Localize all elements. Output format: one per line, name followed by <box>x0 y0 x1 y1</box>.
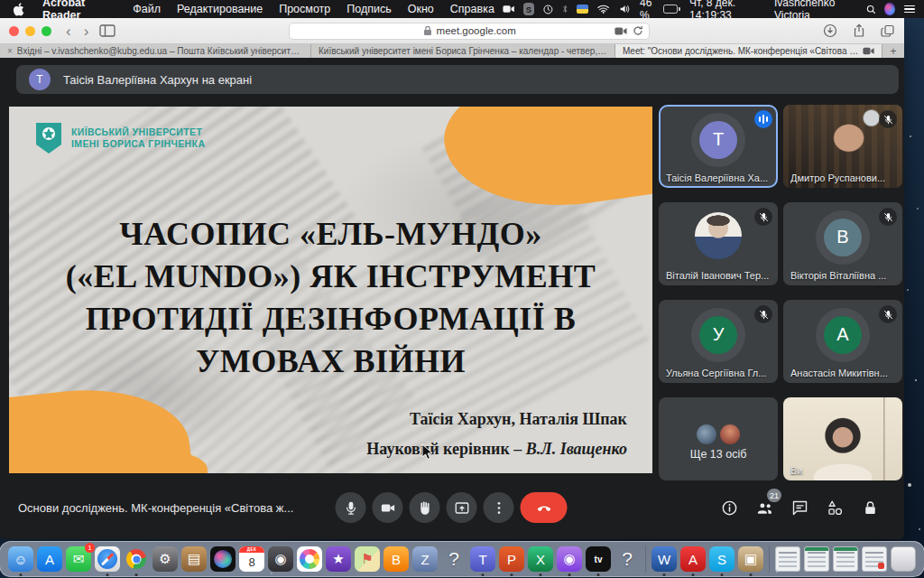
participant-tile[interactable]: УУльяна Сергіївна Гл... <box>659 300 778 383</box>
dock-icon-minimized-document-2[interactable] <box>862 546 887 572</box>
participant-tile[interactable]: ТТаісія Валеріївна Ха... <box>659 105 778 188</box>
people-button[interactable]: 21 <box>753 497 775 518</box>
dock-icon-finder[interactable]: ☺ <box>8 546 33 572</box>
raise-hand-button[interactable] <box>410 492 440 523</box>
dock-icon-calendar[interactable]: ДЕК8 <box>239 546 264 572</box>
running-indicator <box>721 573 724 576</box>
active-app-name[interactable]: Acrobat Reader <box>33 0 125 22</box>
end-call-button[interactable] <box>521 492 568 523</box>
photos-flower <box>300 549 319 569</box>
dock-icon-contacts[interactable]: ▤ <box>181 546 207 572</box>
ukraine-flag-input-icon[interactable] <box>577 5 588 14</box>
participant-avatar: Т <box>699 121 737 159</box>
bluetooth-icon[interactable] <box>562 4 568 14</box>
participant-tile[interactable]: Дмитро Руспанови... <box>783 105 902 188</box>
dock-icon-minimized-document-1[interactable] <box>775 546 800 572</box>
dock-icon-imovie[interactable]: ★ <box>326 546 351 572</box>
browser-tab-3[interactable]: Meet: "Основи досліджень. МК-конференція… <box>615 44 882 58</box>
notification-center-icon[interactable] <box>904 5 915 14</box>
tab-camera-indicator-icon[interactable] <box>614 27 627 35</box>
shared-presentation-tile[interactable]: КИЇВСЬКИЙ УНІВЕРСИТЕТ ІМЕНІ БОРИСА ГРІНЧ… <box>9 107 652 473</box>
dock-icon-acrobat[interactable]: A <box>680 546 706 572</box>
participant-tile[interactable]: ААнастасія Микитівн... <box>783 300 902 383</box>
dock-icon-ms-teams[interactable]: T <box>470 546 495 572</box>
meeting-details-button[interactable] <box>718 497 740 518</box>
microphone-button[interactable] <box>336 492 366 523</box>
dock-icon-archive-utility[interactable]: Z <box>412 546 438 572</box>
dock-icon-missing-app-2[interactable]: ? <box>614 546 640 572</box>
volume-icon[interactable] <box>619 4 631 14</box>
dock-icon-skype[interactable]: S <box>709 546 735 572</box>
participant-name: Вікторія Віталіївна ... <box>790 270 897 281</box>
present-screen-button[interactable] <box>447 492 477 523</box>
minimize-window-button[interactable] <box>25 26 35 36</box>
participant-tile[interactable]: Ви <box>783 397 902 480</box>
participant-tile[interactable]: ВВікторія Віталіївна ... <box>783 202 902 285</box>
tab-overview-icon[interactable] <box>881 23 895 38</box>
dock-icon-trash[interactable] <box>891 546 916 572</box>
more-options-button[interactable] <box>484 492 514 523</box>
chat-icon <box>790 499 809 517</box>
dock-icon-photo-booth[interactable]: ◉ <box>268 546 293 572</box>
forward-button[interactable]: › <box>84 23 89 39</box>
dock-icon-minimized-sheet-1[interactable] <box>804 546 829 572</box>
dock-icon-maps[interactable]: ⚑ <box>355 546 380 572</box>
participant-tile[interactable]: Ще 13 осіб <box>659 397 778 480</box>
siri-icon[interactable] <box>884 3 895 15</box>
battery-icon <box>663 5 679 14</box>
menu-items: ФайлРедактированиеПросмотрПодписьОкноСпр… <box>125 3 503 15</box>
dock-icon-chrome[interactable] <box>124 546 149 572</box>
menu-item-подпись[interactable]: Подпись <box>338 3 399 15</box>
new-tab-button[interactable]: + <box>882 44 904 58</box>
dock-icon-books[interactable]: B <box>383 546 409 572</box>
wifi-icon[interactable] <box>597 4 609 14</box>
share-icon[interactable] <box>852 23 866 38</box>
address-bar[interactable]: meet.google.com <box>289 23 650 40</box>
screen-record-camera-icon[interactable] <box>503 5 514 14</box>
dock-icon-missing-app-1[interactable]: ? <box>441 546 467 572</box>
sidebar-toggle-icon[interactable] <box>99 24 116 37</box>
dock-icon-safari[interactable] <box>95 546 120 572</box>
dock-icon-siri[interactable] <box>210 546 236 572</box>
close-tab-icon[interactable]: × <box>7 46 13 56</box>
battery-indicator[interactable]: 46 % <box>640 0 680 22</box>
mic-off-icon <box>882 309 894 321</box>
fast-user-switch[interactable]: Ivashchenko Victoria <box>774 0 857 22</box>
running-indicator <box>106 573 109 576</box>
authors-line: Таїсія Хархун, Наталія Шпак <box>366 405 627 434</box>
close-window-button[interactable] <box>9 26 19 36</box>
camera-button[interactable] <box>373 492 403 523</box>
menu-clock[interactable]: Чт, 8 дек. 14:19:33 <box>689 0 765 22</box>
chat-button[interactable] <box>789 497 810 518</box>
menu-item-просмотр[interactable]: Просмотр <box>271 3 338 15</box>
menu-item-редактирование[interactable]: Редактирование <box>169 3 271 15</box>
menu-item-справка[interactable]: Справка <box>442 3 503 15</box>
dock-icon-photos[interactable] <box>297 546 322 572</box>
host-controls-button[interactable] <box>859 497 881 518</box>
dock-icon-minimized-sheet-2[interactable] <box>833 546 858 572</box>
dock-icon-powerpoint[interactable]: P <box>499 546 524 572</box>
dock-icon-stuffit-expander[interactable]: ▣ <box>738 546 763 572</box>
skype-menu-icon[interactable]: S <box>523 3 534 15</box>
browser-tab-2[interactable]: Київський університет імені Бориса Грінч… <box>311 44 615 58</box>
dock-icon-word[interactable]: W <box>651 546 677 572</box>
menu-item-файл[interactable]: Файл <box>125 3 169 15</box>
zoom-window-button[interactable] <box>42 26 51 36</box>
spotlight-search-icon[interactable] <box>866 4 876 15</box>
time-machine-icon[interactable] <box>543 4 553 15</box>
dock-icon-system-preferences[interactable]: ⚙ <box>152 546 178 572</box>
back-button[interactable]: ‹ <box>66 23 71 39</box>
browser-tab-1[interactable]: ×Вхідні – v.ivashchenko@kubg.edu.ua – По… <box>0 44 311 58</box>
reload-icon[interactable] <box>633 25 643 36</box>
downloads-icon[interactable] <box>823 23 837 38</box>
menu-item-окно[interactable]: Окно <box>400 3 442 15</box>
activities-button[interactable] <box>824 497 845 518</box>
dock-icon-messages[interactable]: ✉1 <box>66 546 91 572</box>
dock-icon-apple-tv[interactable]: tv <box>586 546 611 572</box>
apple-menu[interactable] <box>0 3 33 16</box>
dock-icon-app-store[interactable]: A <box>37 546 62 572</box>
participant-tile[interactable]: Віталій Іванович Тер... <box>659 202 778 285</box>
dock-icon-podcasts[interactable]: ◉ <box>557 546 582 572</box>
participant-photo-avatar <box>695 212 742 259</box>
dock-icon-excel[interactable]: X <box>528 546 553 572</box>
